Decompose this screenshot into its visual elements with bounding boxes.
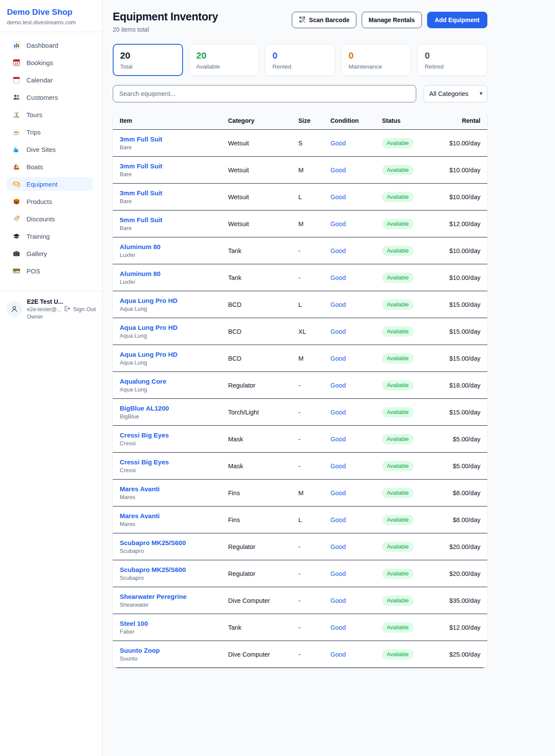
item-name-link[interactable]: Cressi Big Eyes (120, 458, 228, 466)
sidebar-item[interactable]: Customers (7, 90, 93, 104)
condition-link[interactable]: Good (330, 167, 382, 174)
boats-icon (12, 162, 21, 171)
condition-link[interactable]: Good (330, 220, 382, 227)
manage-rentals-button[interactable]: Manage Rentals (362, 12, 422, 28)
stat-label: Available (196, 63, 252, 70)
stat-card[interactable]: 20 Total (113, 44, 183, 76)
sidebar-item[interactable]: Products (7, 194, 93, 208)
item-name-link[interactable]: Aqua Lung Pro HD (120, 297, 228, 304)
status-badge: Available (382, 165, 414, 175)
cell-rental: $10.00/day (446, 194, 480, 201)
cell-status: Available (382, 542, 446, 552)
status-badge: Available (382, 353, 414, 364)
condition-link[interactable]: Good (330, 301, 382, 308)
sidebar-item[interactable]: Gallery (7, 247, 93, 260)
condition-link[interactable]: Good (330, 570, 382, 577)
item-name-link[interactable]: Suunto Zoop (120, 647, 228, 654)
sidebar-item[interactable]: Training (7, 229, 93, 243)
item-brand: BigBlue (120, 413, 228, 420)
sidebar-item[interactable]: Equipment (7, 177, 93, 191)
stat-label: Rented (272, 63, 328, 70)
user-role: Owner (27, 313, 59, 321)
table-header: Item Category Size Condition Status Rent… (113, 112, 487, 130)
item-name-link[interactable]: Aqualung Core (120, 378, 228, 385)
item-name-link[interactable]: 3mm Full Suit (120, 162, 228, 170)
item-brand: Luxfer (120, 252, 228, 258)
sidebar-item[interactable]: Dive Sites (7, 142, 93, 156)
item-name-link[interactable]: Scubapro MK25/S600 (120, 539, 228, 546)
add-equipment-button[interactable]: Add Equipment (427, 12, 487, 28)
sidebar-item[interactable]: Calendar (7, 73, 93, 87)
item-name-link[interactable]: 3mm Full Suit (120, 189, 228, 197)
trips-icon (12, 128, 21, 136)
stat-value: 0 (349, 50, 404, 61)
status-badge: Available (382, 326, 414, 337)
condition-link[interactable]: Good (330, 409, 382, 416)
table-row: Aluminum 80 Luxfer Tank - Good Available… (113, 237, 487, 264)
sidebar-item[interactable]: Boats (7, 160, 93, 174)
scan-barcode-icon (299, 16, 306, 24)
condition-link[interactable]: Good (330, 543, 382, 550)
products-icon (12, 197, 21, 206)
cell-item: Aluminum 80 Luxfer (120, 243, 228, 258)
condition-link[interactable]: Good (330, 463, 382, 470)
item-name-link[interactable]: Aqua Lung Pro HD (120, 324, 228, 331)
sidebar-item[interactable]: POS (7, 264, 93, 278)
item-name-link[interactable]: Aqua Lung Pro HD (120, 351, 228, 358)
status-badge: Available (382, 138, 414, 148)
column-header: Category (228, 117, 298, 124)
sidebar-item[interactable]: Dashboard (7, 38, 93, 52)
cell-rental: $10.00/day (446, 247, 480, 254)
cell-item: Aqua Lung Pro HD Aqua Lung (120, 324, 228, 339)
condition-link[interactable]: Good (330, 247, 382, 254)
item-name-link[interactable]: BigBlue AL1200 (120, 404, 228, 412)
category-select[interactable]: All Categories (424, 85, 487, 102)
sidebar-item[interactable]: Discounts (7, 212, 93, 226)
item-name-link[interactable]: Shearwater Peregrine (120, 593, 228, 600)
condition-link[interactable]: Good (330, 651, 382, 658)
user-box: E2E Test U... e2e-tester@... Owner Sign … (0, 291, 102, 327)
stat-card[interactable]: 0 Rented (265, 44, 335, 76)
stat-card[interactable]: 20 Available (189, 44, 259, 76)
condition-link[interactable]: Good (330, 490, 382, 496)
item-name-link[interactable]: Mares Avanti (120, 485, 228, 493)
condition-link[interactable]: Good (330, 516, 382, 523)
item-name-link[interactable]: Aluminum 80 (120, 270, 228, 277)
sidebar-item[interactable]: Tours (7, 108, 93, 122)
item-name-link[interactable]: Scubapro MK25/S600 (120, 566, 228, 573)
condition-link[interactable]: Good (330, 355, 382, 362)
condition-link[interactable]: Good (330, 194, 382, 201)
item-name-link[interactable]: Mares Avanti (120, 512, 228, 519)
item-name-link[interactable]: 3mm Full Suit (120, 135, 228, 143)
condition-link[interactable]: Good (330, 328, 382, 335)
condition-link[interactable]: Good (330, 597, 382, 604)
item-name-link[interactable]: Cressi Big Eyes (120, 431, 228, 439)
item-name-link[interactable]: Steel 100 (120, 620, 228, 627)
sidebar-item[interactable]: 17 Bookings (7, 56, 93, 69)
sidebar-item[interactable]: Trips (7, 125, 93, 139)
stat-label: Retired (424, 63, 480, 70)
condition-link[interactable]: Good (330, 624, 382, 631)
cell-category: Fins (228, 516, 298, 523)
cell-rental: $12.00/day (446, 220, 480, 227)
stat-card[interactable]: 0 Maintenance (341, 44, 411, 76)
search-input[interactable] (113, 85, 416, 102)
item-name-link[interactable]: 5mm Full Suit (120, 216, 228, 224)
condition-link[interactable]: Good (330, 436, 382, 443)
cell-rental: $5.00/day (446, 463, 480, 470)
scan-barcode-button[interactable]: Scan Barcode (292, 12, 356, 28)
cell-item: Cressi Big Eyes Cressi (120, 431, 228, 447)
brand-name[interactable]: Demo Dive Shop (7, 7, 95, 17)
column-header: Condition (330, 117, 382, 124)
stat-card[interactable]: 0 Retired (417, 44, 487, 76)
item-name-link[interactable]: Aluminum 80 (120, 243, 228, 250)
cell-status: Available (382, 488, 446, 498)
condition-link[interactable]: Good (330, 382, 382, 389)
column-header: Item (120, 117, 228, 124)
column-header: Size (298, 117, 330, 124)
page-head-text: Equipment Inventory 20 items total (113, 10, 218, 33)
sign-out-button[interactable]: Sign Out (63, 305, 96, 313)
condition-link[interactable]: Good (330, 140, 382, 147)
condition-link[interactable]: Good (330, 274, 382, 281)
cell-category: Regulator (228, 382, 298, 389)
